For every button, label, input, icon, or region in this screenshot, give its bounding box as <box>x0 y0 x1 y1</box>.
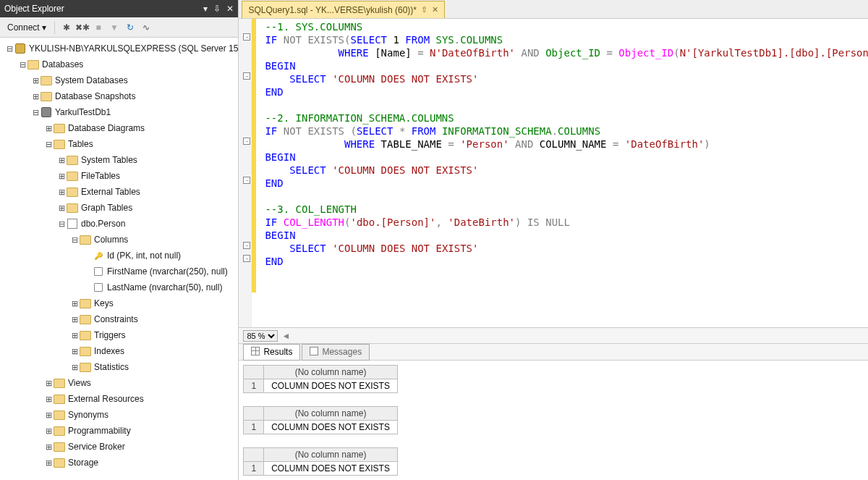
folder-icon <box>54 138 65 150</box>
stop-icon[interactable]: ■ <box>92 21 105 34</box>
result-grid-3[interactable]: (No column name) 1COLUMN DOES NOT EXISTS <box>243 447 868 476</box>
result-grid-2[interactable]: (No column name) 1COLUMN DOES NOT EXISTS <box>243 406 868 434</box>
key-icon <box>93 250 104 261</box>
tree-tables[interactable]: ⊟Tables <box>0 136 238 152</box>
object-explorer-title: Object Explorer <box>4 4 197 14</box>
grid-header[interactable]: (No column name) <box>264 366 398 379</box>
table-icon <box>67 218 78 230</box>
tree-service-broker[interactable]: ⊞Service Broker <box>0 439 238 455</box>
tree-system-tables[interactable]: ⊞System Tables <box>0 152 238 168</box>
tree-database-snapshots[interactable]: ⊞Database Snapshots <box>0 88 238 104</box>
object-explorer-tree[interactable]: ⊟YKULISH-NB\YARKULSQLEXPRESS (SQL Server… <box>0 38 238 480</box>
editor-gutter <box>239 19 252 327</box>
zoom-bar: 85 % ◄ <box>239 327 868 343</box>
tree-external-resources[interactable]: ⊞External Resources <box>0 391 238 407</box>
folder-icon <box>67 202 78 214</box>
tab-messages[interactable]: Messages <box>302 344 370 361</box>
object-explorer-header: Object Explorer ▾ ⇩ ✕ <box>0 0 238 17</box>
tree-col-firstname[interactable]: ·FirstName (nvarchar(250), null) <box>0 264 238 279</box>
column-icon <box>93 266 104 277</box>
refresh-icon[interactable]: ↻ <box>124 21 137 34</box>
result-tabs: Results Messages <box>239 343 868 361</box>
tree-columns[interactable]: ⊟Columns <box>0 232 238 248</box>
tree-col-lastname[interactable]: ·LastName (nvarchar(50), null) <box>0 279 238 295</box>
change-marker <box>252 19 256 292</box>
tab-results[interactable]: Results <box>243 344 300 361</box>
tree-server[interactable]: ⊟YKULISH-NB\YARKULSQLEXPRESS (SQL Server… <box>0 41 238 56</box>
folder-icon <box>67 170 78 182</box>
tree-dbo-person[interactable]: ⊟dbo.Person <box>0 216 238 232</box>
folder-icon <box>27 59 39 70</box>
tree-external-tables[interactable]: ⊞External Tables <box>0 184 238 200</box>
disconnect-icon[interactable]: ✱ <box>60 21 73 34</box>
folder-icon <box>54 457 65 468</box>
grid-icon <box>251 347 260 358</box>
server-icon <box>14 43 26 54</box>
grid-rownum[interactable]: 1 <box>244 462 264 476</box>
tree-filetables[interactable]: ⊞FileTables <box>0 168 238 184</box>
tree-views[interactable]: ⊞Views <box>0 375 238 391</box>
close-icon[interactable]: ✕ <box>432 5 438 14</box>
outline-toggle-icon[interactable]: - <box>243 33 250 41</box>
window-position-icon[interactable]: ▾ <box>203 4 208 14</box>
disconnect-all-icon[interactable]: ✖✱ <box>76 21 89 34</box>
tree-triggers[interactable]: ⊞Triggers <box>0 327 238 343</box>
folder-icon <box>80 313 91 325</box>
results-area[interactable]: (No column name) 1COLUMN DOES NOT EXISTS… <box>239 361 868 480</box>
connect-button[interactable]: Connect ▾ <box>4 21 49 34</box>
zoom-select[interactable]: 85 % <box>243 330 278 342</box>
column-icon <box>93 282 104 293</box>
folder-icon <box>54 409 65 421</box>
sql-editor[interactable]: - - - - - - --1. SYS.COLUMNS IF NOT EXIS… <box>239 19 868 327</box>
tree-synonyms[interactable]: ⊞Synonyms <box>0 407 238 423</box>
outline-toggle-icon[interactable]: - <box>243 177 250 184</box>
scroll-left-icon[interactable]: ◄ <box>281 331 291 341</box>
folder-icon <box>41 75 52 86</box>
tree-indexes[interactable]: ⊞Indexes <box>0 343 238 359</box>
grid-corner[interactable] <box>244 448 264 462</box>
activity-icon[interactable]: ∿ <box>140 21 153 34</box>
folder-icon <box>54 425 65 437</box>
tree-system-databases[interactable]: ⊞System Databases <box>0 72 238 88</box>
folder-icon <box>80 234 91 245</box>
tree-storage[interactable]: ⊞Storage <box>0 455 238 471</box>
folder-icon <box>54 377 65 389</box>
object-explorer-panel: Object Explorer ▾ ⇩ ✕ Connect ▾ ✱ ✖✱ ■ ▼… <box>0 0 239 480</box>
grid-cell[interactable]: COLUMN DOES NOT EXISTS <box>264 462 398 476</box>
outline-toggle-icon[interactable]: - <box>243 138 250 145</box>
tree-database-diagrams[interactable]: ⊞Database Diagrams <box>0 120 238 136</box>
grid-corner[interactable] <box>244 366 264 379</box>
grid-header[interactable]: (No column name) <box>264 407 398 421</box>
tab-sqlquery1[interactable]: SQLQuery1.sql - YK...VERSE\ykulish (60))… <box>242 1 445 18</box>
tree-programmability[interactable]: ⊞Programmability <box>0 423 238 439</box>
grid-header[interactable]: (No column name) <box>264 448 398 462</box>
result-grid-1[interactable]: (No column name) 1COLUMN DOES NOT EXISTS <box>243 365 868 393</box>
tree-constraints[interactable]: ⊞Constraints <box>0 311 238 327</box>
grid-rownum[interactable]: 1 <box>244 379 264 393</box>
folder-icon <box>80 329 91 341</box>
grid-cell[interactable]: COLUMN DOES NOT EXISTS <box>264 421 398 434</box>
object-explorer-toolbar: Connect ▾ ✱ ✖✱ ■ ▼ ↻ ∿ <box>0 17 238 38</box>
filter-icon[interactable]: ▼ <box>108 21 121 34</box>
folder-icon <box>80 298 91 309</box>
outline-toggle-icon[interactable]: - <box>243 255 250 262</box>
tree-yarkultestdb1[interactable]: ⊟YarkulTestDb1 <box>0 104 238 120</box>
pin-icon[interactable]: ⇧ <box>421 5 427 14</box>
folder-icon <box>67 154 78 166</box>
outline-toggle-icon[interactable]: - <box>243 72 250 80</box>
sql-code[interactable]: --1. SYS.COLUMNS IF NOT EXISTS(SELECT 1 … <box>239 19 868 269</box>
tree-databases[interactable]: ⊟Databases <box>0 56 238 72</box>
close-icon[interactable]: ✕ <box>226 4 234 14</box>
outline-toggle-icon[interactable]: - <box>243 242 250 249</box>
tree-graph-tables[interactable]: ⊞Graph Tables <box>0 200 238 216</box>
tree-statistics[interactable]: ⊞Statistics <box>0 359 238 375</box>
tab-title: SQLQuery1.sql - YK...VERSE\ykulish (60))… <box>248 5 417 15</box>
folder-icon <box>80 361 91 373</box>
pin-icon[interactable]: ⇩ <box>213 4 221 14</box>
tree-col-id[interactable]: ·Id (PK, int, not null) <box>0 248 238 264</box>
document-tabs: SQLQuery1.sql - YK...VERSE\ykulish (60))… <box>239 0 868 19</box>
tree-keys[interactable]: ⊞Keys <box>0 295 238 311</box>
grid-cell[interactable]: COLUMN DOES NOT EXISTS <box>264 379 398 393</box>
grid-corner[interactable] <box>244 407 264 421</box>
grid-rownum[interactable]: 1 <box>244 421 264 434</box>
